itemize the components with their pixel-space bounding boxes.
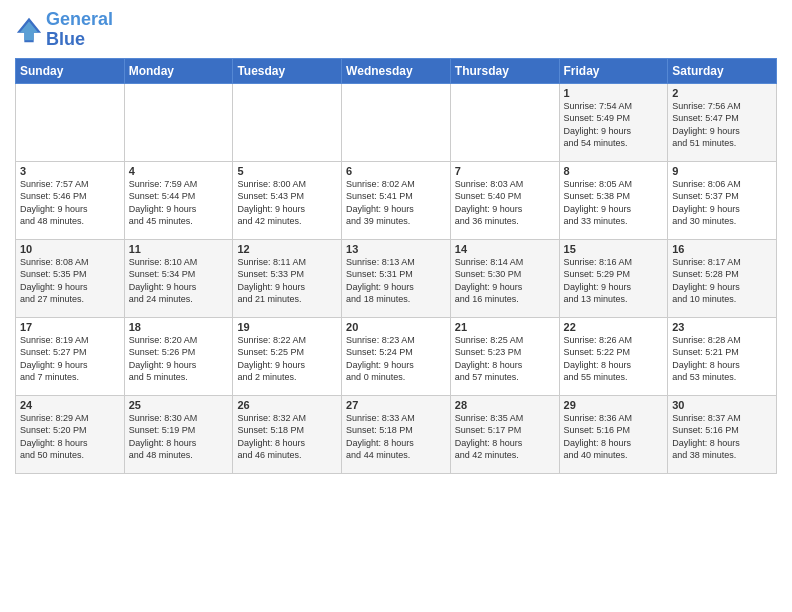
calendar-cell: 13Sunrise: 8:13 AM Sunset: 5:31 PM Dayli…: [342, 239, 451, 317]
calendar-week-row: 1Sunrise: 7:54 AM Sunset: 5:49 PM Daylig…: [16, 83, 777, 161]
calendar-cell: [124, 83, 233, 161]
calendar-cell: [450, 83, 559, 161]
calendar-cell: 22Sunrise: 8:26 AM Sunset: 5:22 PM Dayli…: [559, 317, 668, 395]
day-info: Sunrise: 8:10 AM Sunset: 5:34 PM Dayligh…: [129, 256, 229, 306]
day-info: Sunrise: 8:00 AM Sunset: 5:43 PM Dayligh…: [237, 178, 337, 228]
day-number: 16: [672, 243, 772, 255]
day-info: Sunrise: 8:02 AM Sunset: 5:41 PM Dayligh…: [346, 178, 446, 228]
day-info: Sunrise: 7:59 AM Sunset: 5:44 PM Dayligh…: [129, 178, 229, 228]
day-number: 22: [564, 321, 664, 333]
calendar-cell: 20Sunrise: 8:23 AM Sunset: 5:24 PM Dayli…: [342, 317, 451, 395]
calendar-cell: [342, 83, 451, 161]
calendar-cell: 25Sunrise: 8:30 AM Sunset: 5:19 PM Dayli…: [124, 395, 233, 473]
calendar-cell: 2Sunrise: 7:56 AM Sunset: 5:47 PM Daylig…: [668, 83, 777, 161]
calendar-cell: 29Sunrise: 8:36 AM Sunset: 5:16 PM Dayli…: [559, 395, 668, 473]
logo-general: General: [46, 9, 113, 29]
calendar-cell: 10Sunrise: 8:08 AM Sunset: 5:35 PM Dayli…: [16, 239, 125, 317]
day-info: Sunrise: 8:26 AM Sunset: 5:22 PM Dayligh…: [564, 334, 664, 384]
calendar-cell: 14Sunrise: 8:14 AM Sunset: 5:30 PM Dayli…: [450, 239, 559, 317]
day-info: Sunrise: 8:35 AM Sunset: 5:17 PM Dayligh…: [455, 412, 555, 462]
calendar-cell: 6Sunrise: 8:02 AM Sunset: 5:41 PM Daylig…: [342, 161, 451, 239]
day-number: 26: [237, 399, 337, 411]
day-number: 20: [346, 321, 446, 333]
weekday-header: Saturday: [668, 58, 777, 83]
calendar-cell: 12Sunrise: 8:11 AM Sunset: 5:33 PM Dayli…: [233, 239, 342, 317]
calendar-cell: 21Sunrise: 8:25 AM Sunset: 5:23 PM Dayli…: [450, 317, 559, 395]
logo-text: General Blue: [46, 10, 113, 50]
weekday-header: Monday: [124, 58, 233, 83]
day-info: Sunrise: 8:28 AM Sunset: 5:21 PM Dayligh…: [672, 334, 772, 384]
day-number: 14: [455, 243, 555, 255]
page-container: General Blue SundayMondayTuesdayWednesda…: [0, 0, 792, 484]
calendar-cell: 5Sunrise: 8:00 AM Sunset: 5:43 PM Daylig…: [233, 161, 342, 239]
day-number: 29: [564, 399, 664, 411]
calendar-cell: 3Sunrise: 7:57 AM Sunset: 5:46 PM Daylig…: [16, 161, 125, 239]
calendar-cell: 1Sunrise: 7:54 AM Sunset: 5:49 PM Daylig…: [559, 83, 668, 161]
calendar-cell: 23Sunrise: 8:28 AM Sunset: 5:21 PM Dayli…: [668, 317, 777, 395]
weekday-header: Friday: [559, 58, 668, 83]
day-info: Sunrise: 7:54 AM Sunset: 5:49 PM Dayligh…: [564, 100, 664, 150]
day-info: Sunrise: 8:32 AM Sunset: 5:18 PM Dayligh…: [237, 412, 337, 462]
day-number: 5: [237, 165, 337, 177]
day-number: 13: [346, 243, 446, 255]
day-number: 24: [20, 399, 120, 411]
calendar-week-row: 24Sunrise: 8:29 AM Sunset: 5:20 PM Dayli…: [16, 395, 777, 473]
calendar-cell: 9Sunrise: 8:06 AM Sunset: 5:37 PM Daylig…: [668, 161, 777, 239]
day-number: 21: [455, 321, 555, 333]
day-number: 3: [20, 165, 120, 177]
day-number: 30: [672, 399, 772, 411]
logo: General Blue: [15, 10, 113, 50]
day-info: Sunrise: 8:29 AM Sunset: 5:20 PM Dayligh…: [20, 412, 120, 462]
weekday-header: Wednesday: [342, 58, 451, 83]
day-info: Sunrise: 8:08 AM Sunset: 5:35 PM Dayligh…: [20, 256, 120, 306]
calendar-week-row: 10Sunrise: 8:08 AM Sunset: 5:35 PM Dayli…: [16, 239, 777, 317]
calendar-cell: [16, 83, 125, 161]
calendar-cell: 4Sunrise: 7:59 AM Sunset: 5:44 PM Daylig…: [124, 161, 233, 239]
day-number: 17: [20, 321, 120, 333]
calendar-cell: 17Sunrise: 8:19 AM Sunset: 5:27 PM Dayli…: [16, 317, 125, 395]
day-info: Sunrise: 8:06 AM Sunset: 5:37 PM Dayligh…: [672, 178, 772, 228]
calendar-cell: 16Sunrise: 8:17 AM Sunset: 5:28 PM Dayli…: [668, 239, 777, 317]
day-number: 15: [564, 243, 664, 255]
calendar-cell: 11Sunrise: 8:10 AM Sunset: 5:34 PM Dayli…: [124, 239, 233, 317]
day-number: 23: [672, 321, 772, 333]
calendar-cell: 8Sunrise: 8:05 AM Sunset: 5:38 PM Daylig…: [559, 161, 668, 239]
calendar-table: SundayMondayTuesdayWednesdayThursdayFrid…: [15, 58, 777, 474]
weekday-header: Thursday: [450, 58, 559, 83]
day-number: 6: [346, 165, 446, 177]
day-number: 1: [564, 87, 664, 99]
calendar-cell: [233, 83, 342, 161]
day-info: Sunrise: 8:16 AM Sunset: 5:29 PM Dayligh…: [564, 256, 664, 306]
calendar-cell: 24Sunrise: 8:29 AM Sunset: 5:20 PM Dayli…: [16, 395, 125, 473]
day-number: 7: [455, 165, 555, 177]
day-info: Sunrise: 8:14 AM Sunset: 5:30 PM Dayligh…: [455, 256, 555, 306]
day-info: Sunrise: 8:23 AM Sunset: 5:24 PM Dayligh…: [346, 334, 446, 384]
calendar-week-row: 3Sunrise: 7:57 AM Sunset: 5:46 PM Daylig…: [16, 161, 777, 239]
day-number: 11: [129, 243, 229, 255]
day-number: 27: [346, 399, 446, 411]
day-number: 19: [237, 321, 337, 333]
day-info: Sunrise: 8:30 AM Sunset: 5:19 PM Dayligh…: [129, 412, 229, 462]
day-info: Sunrise: 7:57 AM Sunset: 5:46 PM Dayligh…: [20, 178, 120, 228]
weekday-header: Tuesday: [233, 58, 342, 83]
day-info: Sunrise: 8:05 AM Sunset: 5:38 PM Dayligh…: [564, 178, 664, 228]
calendar-cell: 15Sunrise: 8:16 AM Sunset: 5:29 PM Dayli…: [559, 239, 668, 317]
day-number: 12: [237, 243, 337, 255]
day-info: Sunrise: 8:33 AM Sunset: 5:18 PM Dayligh…: [346, 412, 446, 462]
day-info: Sunrise: 8:17 AM Sunset: 5:28 PM Dayligh…: [672, 256, 772, 306]
calendar-cell: 7Sunrise: 8:03 AM Sunset: 5:40 PM Daylig…: [450, 161, 559, 239]
day-number: 9: [672, 165, 772, 177]
svg-marker-1: [20, 21, 39, 40]
logo-blue: Blue: [46, 29, 85, 49]
day-number: 28: [455, 399, 555, 411]
calendar-cell: 28Sunrise: 8:35 AM Sunset: 5:17 PM Dayli…: [450, 395, 559, 473]
day-info: Sunrise: 8:03 AM Sunset: 5:40 PM Dayligh…: [455, 178, 555, 228]
calendar-cell: 19Sunrise: 8:22 AM Sunset: 5:25 PM Dayli…: [233, 317, 342, 395]
day-info: Sunrise: 8:22 AM Sunset: 5:25 PM Dayligh…: [237, 334, 337, 384]
weekday-header: Sunday: [16, 58, 125, 83]
day-info: Sunrise: 8:19 AM Sunset: 5:27 PM Dayligh…: [20, 334, 120, 384]
day-number: 8: [564, 165, 664, 177]
day-number: 18: [129, 321, 229, 333]
day-info: Sunrise: 8:11 AM Sunset: 5:33 PM Dayligh…: [237, 256, 337, 306]
day-number: 10: [20, 243, 120, 255]
